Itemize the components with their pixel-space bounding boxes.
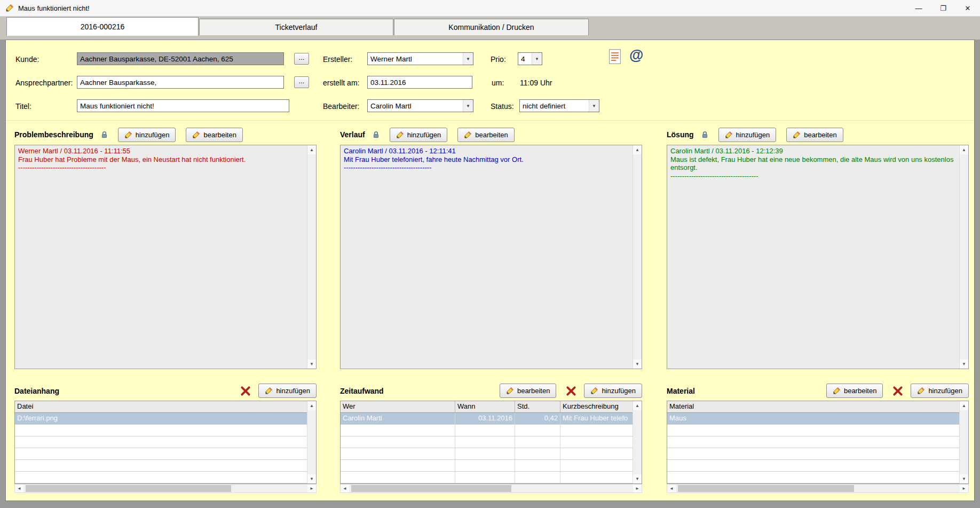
bearbeiter-select[interactable]: Carolin Martl ▼ [367,99,473,112]
scroll-left-icon[interactable]: ◄ [15,484,23,493]
column-header-wer[interactable]: Wer [341,401,455,412]
zeitaufwand-hinzufuegen-button[interactable]: hinzufügen [584,384,642,398]
table-row [341,448,633,460]
lock-icon[interactable] [373,131,380,139]
loesung-bearbeiten-button[interactable]: bearbeiten [786,128,843,142]
scroll-up-icon[interactable]: ▲ [633,145,642,154]
tab-ticket-number[interactable]: 2016-000216 [6,17,199,36]
scrollbar-vertical[interactable]: ▲ ▼ [633,401,642,483]
scroll-left-icon[interactable]: ◄ [341,484,349,493]
scrollbar-vertical[interactable]: ▲ ▼ [307,401,316,483]
email-at-icon[interactable]: @ [629,47,643,64]
pencil-icon [124,131,132,139]
prio-select[interactable]: 4 ▼ [518,52,542,65]
datei-cell: D:\ferrari.png [15,413,307,424]
column-header-wann[interactable]: Wann [455,401,515,412]
delete-x-icon[interactable] [892,386,903,396]
material-section-header: Material bearbeiten hinzufügen [667,382,969,399]
scroll-up-icon[interactable]: ▲ [307,401,316,410]
scroll-right-icon[interactable]: ► [960,484,968,493]
ansprechpartner-input[interactable] [77,76,284,89]
pencil-icon [396,131,404,139]
ersteller-select[interactable]: Werner Martl ▼ [367,52,473,65]
scroll-down-icon[interactable]: ▼ [307,474,316,483]
verlauf-entry-separator: -------------------------------------- [344,163,629,172]
scroll-down-icon[interactable]: ▼ [633,474,642,483]
scrollbar-horizontal[interactable]: ◄ ► [340,484,642,493]
problem-hinzufuegen-button[interactable]: hinzufügen [118,128,176,142]
scrollbar-vertical[interactable]: ▲ ▼ [959,401,968,483]
scrollbar-vertical[interactable]: ▲ ▼ [307,145,316,369]
table-row [15,448,307,460]
lock-icon[interactable] [701,131,708,139]
verlauf-hinzufuegen-button[interactable]: hinzufügen [390,128,448,142]
material-hinzufuegen-button[interactable]: hinzufügen [911,384,969,398]
table-row [15,425,307,436]
scroll-up-icon[interactable]: ▲ [633,401,642,410]
table-row[interactable]: Carolin Martl 03.11.2016 0,42 Mit Frau H… [341,413,633,425]
table-row[interactable]: Maus [667,413,959,425]
delete-x-icon[interactable] [566,386,576,396]
scroll-down-icon[interactable]: ▼ [633,359,642,369]
maximize-button[interactable]: ❐ [931,0,955,16]
table-row [15,472,307,483]
kurzbeschreibung-cell: Mit Frau Huber telefo [560,413,633,424]
erstellt-am-input[interactable] [367,76,472,89]
tab-ticketverlauf[interactable]: Ticketverlauf [199,19,393,35]
scroll-down-icon[interactable]: ▼ [960,474,968,483]
tab-kommunikation-drucken[interactable]: Kommunikation / Drucken [394,19,589,35]
loesung-entry-body: Maus ist defekt, Frau Huber hat eine neu… [670,155,956,172]
verlauf-entry-body: Mit Frau Huber telefoniert, fahre heute … [344,155,629,164]
form-divider [6,120,974,121]
scroll-down-icon[interactable]: ▼ [307,359,316,369]
lock-icon[interactable] [101,131,108,139]
scroll-right-icon[interactable]: ► [633,484,642,493]
dateianhang-hinzufuegen-button[interactable]: hinzufügen [258,384,317,398]
kunde-input[interactable] [77,52,284,65]
column-header-kurzbeschreibung[interactable]: Kurzbeschreibung [560,401,633,412]
loesung-text-area[interactable]: Carolin Martl / 03.11.2016 - 12:12:39 Ma… [667,145,969,369]
column-header-material[interactable]: Material [667,401,959,412]
verlauf-section-header: Verlauf hinzufügen bearbeiten [340,127,642,143]
material-bearbeiten-button[interactable]: bearbeiten [826,384,883,398]
loesung-entry-separator: -------------------------------------- [670,172,956,181]
scrollbar-vertical[interactable]: ▲ ▼ [959,145,968,369]
minimize-button[interactable]: — [906,0,931,16]
app-pencil-icon [5,4,14,12]
notes-icon[interactable] [608,49,622,67]
scroll-up-icon[interactable]: ▲ [960,401,968,410]
delete-x-icon[interactable] [240,386,251,396]
ansprechpartner-browse-button[interactable]: ... [294,76,309,88]
titel-input[interactable] [77,99,289,112]
scrollbar-thumb[interactable] [678,485,854,492]
scrollbar-thumb[interactable] [351,485,511,492]
scroll-left-icon[interactable]: ◄ [667,484,676,493]
scroll-up-icon[interactable]: ▲ [960,145,968,154]
scroll-up-icon[interactable]: ▲ [307,145,316,154]
verlauf-bearbeiten-button[interactable]: bearbeiten [457,128,514,142]
bearbeiter-label: Bearbeiter: [323,102,359,111]
scrollbar-vertical[interactable]: ▲ ▼ [633,145,642,369]
pencil-icon [917,387,925,395]
zeitaufwand-bearbeiten-button[interactable]: bearbeiten [500,384,556,398]
problem-text-area[interactable]: Werner Martl / 03.11.2016 - 11:11:55 Fra… [14,145,317,369]
kunde-browse-button[interactable]: ... [294,53,309,65]
status-select[interactable]: nicht definiert ▼ [519,99,599,112]
material-title: Material [667,387,695,395]
table-row[interactable]: D:\ferrari.png [15,413,307,425]
scroll-down-icon[interactable]: ▼ [960,359,968,369]
problem-section-header: Problembeschreibung hinzufügen bearbeite… [14,127,317,143]
column-header-datei[interactable]: Datei [15,401,307,412]
scrollbar-horizontal[interactable]: ◄ ► [667,484,969,493]
problem-entry-separator: -------------------------------------- [18,163,304,172]
scrollbar-thumb[interactable] [26,485,231,492]
column-header-std[interactable]: Std. [515,401,560,412]
chevron-down-icon: ▼ [532,53,542,65]
scroll-right-icon[interactable]: ► [307,484,316,493]
pencil-icon [506,387,514,395]
problem-bearbeiten-button[interactable]: bearbeiten [186,128,242,142]
scrollbar-horizontal[interactable]: ◄ ► [14,484,317,493]
close-button[interactable]: ✕ [955,0,980,16]
verlauf-text-area[interactable]: Carolin Martl / 03.11.2016 - 12:11:41 Mi… [340,145,642,369]
loesung-hinzufuegen-button[interactable]: hinzufügen [718,128,777,142]
